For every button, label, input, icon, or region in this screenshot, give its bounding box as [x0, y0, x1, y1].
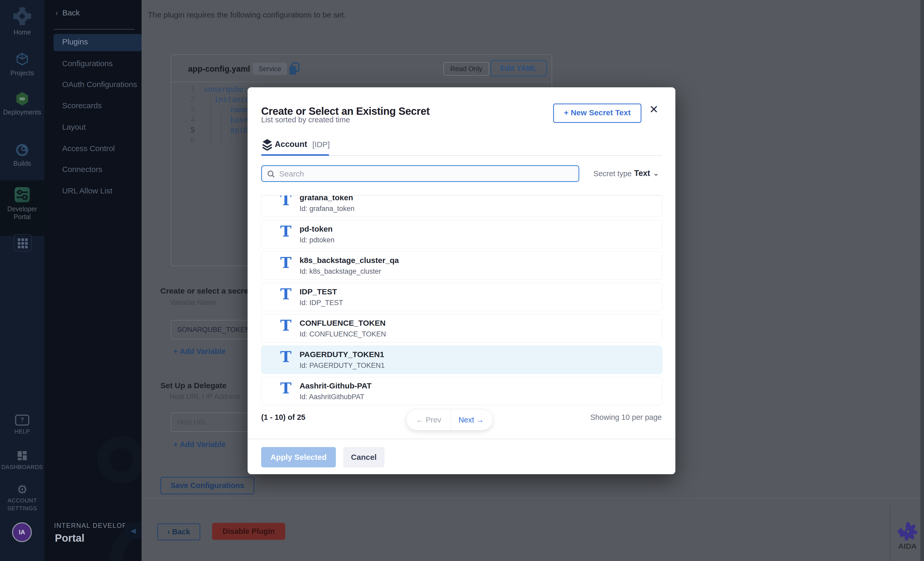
text-secret-icon: T	[280, 195, 291, 209]
text-secret-icon: T	[280, 285, 291, 303]
sidebar-item-help[interactable]: ? HELP	[0, 415, 44, 436]
chevron-left-icon: ◀	[130, 527, 136, 535]
edit-yaml-button[interactable]: Edit YAML	[490, 60, 547, 77]
secret-row-aashrit-github-pat[interactable]: T Aashrit-Github-PAT Id: AashritGithubPA…	[261, 377, 662, 405]
sidebar-item-home[interactable]: Home	[0, 8, 44, 36]
sidebar-item-developer-portal[interactable]: Developer Portal	[0, 186, 44, 221]
secret-section-heading: Create or select a secret	[160, 287, 251, 295]
text-secret-icon: T	[280, 317, 291, 334]
secret-row-idp-test[interactable]: T IDP_TEST Id: IDP_TEST	[261, 283, 662, 311]
sidebar-item-account-settings[interactable]: ⚙ ACCOUNT SETTINGS	[0, 483, 44, 512]
aida-label: AIDA	[897, 542, 918, 550]
back-link[interactable]: ‹Back	[56, 8, 80, 18]
secret-row-confluence-token[interactable]: T CONFLUENCE_TOKEN Id: CONFLUENCE_TOKEN	[261, 314, 662, 343]
sidebar-item-dashboards[interactable]: DASHBOARDS	[0, 450, 44, 471]
tab-account-scope: [IDP]	[312, 140, 330, 149]
secret-row-grafana-token[interactable]: T grafana_token Id: grafana_token	[261, 195, 662, 217]
deployments-hexagon-icon: ∞	[15, 92, 29, 105]
secret-row-k8s-backstage-cluster-qa[interactable]: T k8s_backstage_cluster_qa Id: k8s_backs…	[261, 251, 662, 280]
user-avatar[interactable]: IA	[12, 522, 32, 542]
per-page-label: Showing 10 per page	[590, 413, 662, 422]
copy-icon[interactable]	[288, 62, 300, 76]
developer-portal-icon	[14, 186, 30, 203]
prev-page-button[interactable]: ← Prev	[406, 410, 451, 430]
code-line: 3- name	[180, 105, 248, 115]
aida-panel-divider	[890, 505, 890, 561]
code-line: 1sonarqube:	[180, 84, 248, 95]
search-icon	[267, 170, 275, 178]
text-secret-icon: T	[280, 348, 291, 366]
modal-subtitle: List sorted by created time	[261, 116, 350, 124]
disable-plugin-button[interactable]: Disable Plugin	[212, 523, 285, 540]
dashboards-icon	[17, 450, 28, 461]
code-line: 5apiKe	[180, 125, 252, 135]
sidebar-item-deployments[interactable]: ∞ Deployments	[0, 92, 44, 116]
chevron-left-icon: ‹	[167, 528, 170, 536]
read-only-badge: Read Only	[444, 62, 489, 75]
variable-name-label: Variable Name	[170, 299, 216, 307]
projects-cube-icon	[15, 52, 29, 66]
service-badge: Service	[253, 63, 287, 75]
aida-flower-icon	[897, 522, 918, 541]
chevron-down-icon: ⌄	[653, 169, 659, 177]
page-scrollbar[interactable]	[920, 0, 924, 561]
brand-portal: Portal	[55, 532, 84, 544]
chevron-left-icon: ‹	[56, 8, 58, 17]
grid-icon	[18, 238, 28, 248]
next-page-button[interactable]: Next →	[451, 410, 492, 430]
pagination-range: (1 - 10) of 25	[261, 413, 305, 422]
sidebar-item-projects[interactable]: Projects	[0, 52, 44, 77]
page-intro-text: The plugin requires the following config…	[148, 11, 346, 20]
secret-type-label: Secret type	[593, 169, 632, 178]
secret-select-modal: Create or Select an Existing Secret List…	[248, 87, 675, 474]
active-tab-underline	[261, 154, 329, 156]
secret-row-pagerduty-token1-selected[interactable]: T PAGERDUTY_TOKEN1 Id: PAGERDUTY_TOKEN1	[261, 346, 662, 374]
footer-divider	[141, 498, 924, 499]
code-line: 6	[180, 135, 195, 146]
new-secret-text-button[interactable]: + New Secret Text	[553, 104, 641, 123]
gear-icon: ⚙	[0, 483, 44, 496]
modal-footer-divider	[248, 439, 675, 439]
host-url-label: Host URL / IP Address	[170, 393, 240, 401]
sidebar-item-scorecards[interactable]: Scorecards	[62, 101, 102, 111]
sidebar-item-oauth-configurations[interactable]: OAuth Configurations	[62, 79, 137, 90]
module-picker-button[interactable]	[14, 234, 32, 251]
watermark-ring	[98, 436, 141, 484]
harness-logo-icon	[14, 8, 31, 25]
sidebar-item-configurations[interactable]: Configurations	[62, 58, 112, 69]
cancel-button[interactable]: Cancel	[343, 447, 384, 468]
add-variable-link[interactable]: + Add Variable	[173, 347, 226, 356]
save-configurations-button[interactable]: Save Configurations	[160, 477, 254, 494]
close-icon[interactable]: ✕	[649, 103, 658, 116]
collapse-sidebar-button[interactable]: ◀	[125, 522, 141, 539]
delegate-section-heading: Set Up a Delegate	[160, 381, 226, 390]
app-root: Home Projects ∞ Deployments Builds	[0, 0, 924, 561]
sidebar-item-builds[interactable]: Builds	[0, 143, 44, 167]
add-variable-link-2[interactable]: + Add Variable	[173, 440, 226, 449]
aida-widget[interactable]: AIDA	[897, 522, 918, 550]
sidebar-item-connectors[interactable]: Connectors	[62, 164, 102, 174]
sidebar-item-access-control[interactable]: Access Control	[62, 143, 115, 154]
secret-row-pd-token[interactable]: T pd-token Id: pdtoken	[261, 220, 662, 248]
builds-icon	[15, 143, 29, 157]
text-secret-icon: T	[280, 254, 291, 272]
layers-icon	[262, 138, 273, 150]
tab-account[interactable]: Account	[275, 140, 307, 149]
secret-list: T grafana_token Id: grafana_token T pd-t…	[261, 195, 662, 408]
help-bubble-icon: ?	[15, 415, 29, 426]
sidebar-item-url-allow-list[interactable]: URL Allow List	[62, 186, 112, 196]
sidebar-item-layout[interactable]: Layout	[62, 122, 86, 132]
yaml-filename: app-config.yaml	[188, 64, 250, 74]
module-rail: Home Projects ∞ Deployments Builds	[0, 0, 44, 561]
apply-selected-button[interactable]: Apply Selected	[261, 447, 336, 468]
back-button[interactable]: ‹ Back	[157, 523, 200, 540]
text-secret-icon: T	[280, 223, 291, 240]
code-line: 4baseU	[180, 115, 252, 125]
text-secret-icon: T	[280, 379, 291, 397]
plugin-settings-sidebar: ‹Back Plugins Configurations OAuth Confi…	[44, 0, 141, 561]
search-input[interactable]	[279, 167, 572, 180]
divider	[54, 29, 135, 30]
search-box	[261, 165, 579, 182]
secret-type-select[interactable]: Text	[634, 168, 650, 178]
code-line: 2instances	[180, 94, 254, 105]
